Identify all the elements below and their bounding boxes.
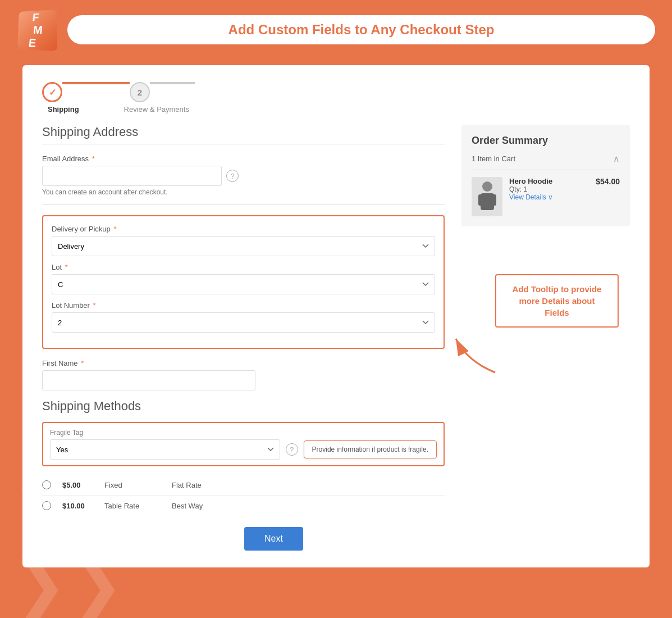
lot-required: * [65,263,68,271]
first-name-input[interactable] [42,370,255,390]
rate-row-2: $10.00 Table Rate Best Way [42,496,445,516]
first-name-field-group: First Name * [42,359,445,390]
cart-item: Hero Hoodie Qty: 1 View Details ∨ $54.00 [472,177,620,216]
delivery-label: Delivery or Pickup * [52,225,435,233]
divider-1 [42,144,445,144]
annotation-box: Add Tooltip to provide more Details abou… [495,274,619,328]
content-layout: Shipping Address Email Address * ? You c… [42,125,630,551]
lot-field-group: Lot * C A B [52,263,435,294]
rate-name-1: Flat Rate [172,481,202,489]
product-image [472,177,502,216]
progress-line-inactive [150,82,195,84]
header: FME Add Custom Fields to Any Checkout St… [0,0,672,60]
lot-number-required: * [93,301,96,310]
rate-radio-1[interactable] [42,480,51,489]
delivery-field-group: Delivery or Pickup * Delivery Pickup [52,225,435,256]
email-hint: You can create an account after checkout… [42,188,445,196]
lot-label: Lot * [52,263,435,271]
fragile-select[interactable]: Yes No [50,439,280,460]
fragile-help-icon[interactable]: ? [286,443,298,456]
shipping-rates: $5.00 Fixed Flat Rate $10.00 Table Rate … [42,475,445,516]
progress-steps: ✓ 2 [42,82,630,102]
custom-fields-box: Delivery or Pickup * Delivery Pickup Lot… [42,215,445,349]
annotation-text: Add Tooltip to provide more Details abou… [513,284,602,317]
rate-price-2: $10.00 [62,502,93,510]
svg-point-0 [482,181,492,192]
first-name-label: First Name * [42,359,445,367]
fragile-tag-box: Fragile Tag Yes No ? Provide information… [42,422,445,466]
delivery-select[interactable]: Delivery Pickup [52,236,435,256]
step-2-label: Review & Payments [124,105,189,113]
cart-chevron-icon[interactable]: ∧ [613,153,620,164]
rate-radio-2[interactable] [42,501,51,510]
header-title-container: Add Custom Fields to Any Checkout Step [67,15,655,44]
lot-select[interactable]: C A B [52,274,435,294]
email-field-group: Email Address * ? You can create an acco… [42,154,445,196]
order-summary-title: Order Summary [472,135,620,147]
cart-label: 1 Item in Cart [472,154,515,163]
svg-rect-3 [491,194,496,206]
tooltip-box: Provide information if product is fragil… [304,440,437,458]
product-img-svg [476,180,499,213]
product-qty: Qty: 1 [509,185,589,193]
shipping-methods-title: Shipping Methods [42,399,445,413]
email-required: * [92,154,95,163]
step-1-circle: ✓ [42,82,62,102]
rate-type-1: Fixed [104,481,161,489]
email-help-icon[interactable]: ? [226,170,239,182]
product-details: Hero Hoodie Qty: 1 View Details ∨ [509,177,589,201]
step-2-circle: 2 [130,82,150,102]
left-column: Shipping Address Email Address * ? You c… [42,125,445,551]
logo: FME [17,10,57,51]
rate-type-2: Table Rate [104,502,161,510]
step-2-number: 2 [138,88,142,97]
svg-rect-2 [478,194,484,206]
annotation-arrow [445,333,512,378]
product-price: $54.00 [596,177,620,186]
next-button-row: Next [42,527,445,551]
divider-2 [42,205,445,205]
next-button[interactable]: Next [244,527,303,551]
fragile-input-row: Yes No ? Provide information if product … [50,439,437,460]
fragile-tag-label: Fragile Tag [50,429,437,437]
step-1-check: ✓ [49,87,56,98]
main-card: ✓ 2 Shipping Review & Payments Shipping … [22,65,650,567]
product-name: Hero Hoodie [509,177,589,185]
first-name-required: * [81,359,84,367]
product-view-details-link[interactable]: View Details ∨ [509,193,589,201]
progress-line-active [62,82,130,84]
lot-number-field-group: Lot Number * 2 1 3 [52,301,435,333]
rate-price-1: $5.00 [62,481,93,489]
right-column: Order Summary 1 Item in Cart ∧ [461,125,630,551]
header-title: Add Custom Fields to Any Checkout Step [228,22,495,37]
order-summary: Order Summary 1 Item in Cart ∧ [461,125,630,226]
step-1-block: ✓ [42,82,62,102]
shipping-address-title: Shipping Address [42,125,445,139]
rate-row-1: $5.00 Fixed Flat Rate [42,475,445,496]
step-2-block: 2 [130,82,150,102]
logo-text: FME [29,11,44,50]
step-1-label: Shipping [48,105,79,113]
cart-header: 1 Item in Cart ∧ [472,153,620,170]
chevron-down-icon: ∨ [548,193,553,201]
lot-number-select[interactable]: 2 1 3 [52,312,435,333]
lot-number-label: Lot Number * [52,301,435,310]
email-field-row: ? [42,166,445,186]
delivery-required: * [113,225,116,233]
email-label: Email Address * [42,154,445,163]
rate-name-2: Best Way [172,502,203,510]
email-input[interactable] [42,166,222,186]
